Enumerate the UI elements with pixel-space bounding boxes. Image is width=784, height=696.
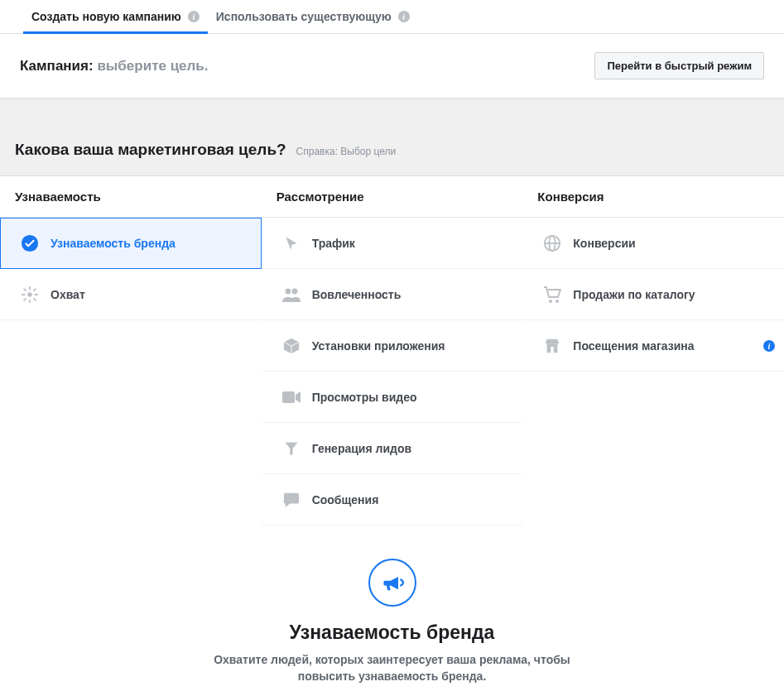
goal-label: Генерация лидов	[312, 442, 411, 455]
goal-label: Просмотры видео	[312, 391, 417, 404]
detail-title: Узнаваемость бренда	[17, 622, 767, 644]
cursor-icon	[277, 235, 305, 252]
tab-label: Использовать существующую	[216, 10, 392, 23]
goal-brand-awareness[interactable]: Узнаваемость бренда	[0, 218, 262, 269]
goal-label: Продажи по каталогу	[573, 288, 695, 301]
info-icon[interactable]: i	[763, 340, 775, 352]
goal-video-views[interactable]: Просмотры видео	[262, 372, 523, 423]
funnel-icon	[277, 440, 305, 457]
svg-point-10	[285, 289, 291, 295]
svg-line-6	[24, 289, 26, 290]
column-conversion: Конверсия Конверсии Продажи по каталогу …	[522, 176, 784, 526]
svg-rect-12	[282, 391, 295, 403]
column-header: Рассмотрение	[262, 176, 523, 218]
column-awareness: Узнаваемость Узнаваемость бренда Охват	[0, 176, 262, 526]
store-icon	[538, 338, 566, 354]
goal-label: Посещения магазина	[573, 339, 694, 353]
goal-grid: Узнаваемость Узнаваемость бренда Охват Р…	[0, 175, 784, 526]
goal-label: Установки приложения	[312, 339, 445, 353]
detail-description: Охватите людей, которых заинтересует ваш…	[194, 652, 591, 684]
tab-label: Создать новую кампанию	[31, 10, 181, 23]
question-bar: Какова ваша маркетинговая цель? Справка:…	[0, 98, 784, 175]
people-icon	[277, 286, 305, 303]
megaphone-icon	[368, 559, 416, 607]
column-header: Узнаваемость	[0, 176, 262, 218]
goal-store-visits[interactable]: Посещения магазина i	[522, 320, 784, 372]
campaign-hint: выберите цель.	[97, 58, 208, 74]
goal-app-installs[interactable]: Установки приложения	[262, 320, 523, 372]
goal-conversions[interactable]: Конверсии	[522, 218, 784, 269]
chat-icon	[277, 492, 305, 508]
info-icon: i	[398, 11, 410, 22]
svg-point-1	[27, 292, 32, 297]
tab-create-campaign[interactable]: Создать новую кампанию i	[23, 0, 208, 33]
goal-label: Узнаваемость бренда	[51, 237, 176, 250]
cart-icon	[538, 286, 566, 304]
goal-label: Охват	[51, 288, 85, 301]
campaign-label: Кампания: выберите цель.	[20, 58, 209, 74]
campaign-label-text: Кампания:	[20, 58, 94, 74]
svg-line-8	[24, 299, 26, 300]
svg-rect-19	[551, 347, 555, 353]
svg-point-16	[549, 300, 552, 303]
column-header: Конверсия	[522, 176, 784, 218]
svg-line-7	[34, 299, 36, 300]
goal-label: Трафик	[312, 237, 355, 250]
goal-label: Вовлеченность	[312, 288, 402, 301]
goal-label: Сообщения	[312, 493, 379, 506]
goal-lead-gen[interactable]: Генерация лидов	[262, 423, 523, 474]
tab-use-existing[interactable]: Использовать существующую i	[208, 0, 418, 33]
goal-engagement[interactable]: Вовлеченность	[262, 269, 523, 320]
goal-catalog-sales[interactable]: Продажи по каталогу	[522, 269, 784, 320]
reach-icon	[16, 286, 44, 304]
svg-point-11	[291, 289, 297, 295]
video-icon	[277, 390, 305, 405]
top-tabs: Создать новую кампанию i Использовать су…	[0, 0, 784, 34]
goal-reach[interactable]: Охват	[0, 269, 262, 320]
subheader-bar: Кампания: выберите цель. Перейти в быстр…	[0, 34, 784, 98]
goal-label: Конверсии	[573, 237, 635, 250]
box-icon	[277, 337, 305, 355]
selected-goal-detail: Узнаваемость бренда Охватите людей, кото…	[0, 526, 784, 696]
svg-point-17	[556, 300, 559, 303]
help-link[interactable]: Справка: Выбор цели	[296, 146, 397, 157]
svg-line-9	[34, 289, 36, 290]
fast-mode-button[interactable]: Перейти в быстрый режим	[594, 52, 764, 79]
question-title: Какова ваша маркетинговая цель?	[15, 141, 286, 158]
info-icon: i	[188, 11, 200, 22]
globe-icon	[538, 234, 566, 252]
goal-messages[interactable]: Сообщения	[262, 474, 523, 526]
column-consideration: Рассмотрение Трафик Вовлеченность Устано…	[262, 176, 523, 526]
goal-traffic[interactable]: Трафик	[262, 218, 523, 269]
check-icon	[16, 234, 44, 252]
